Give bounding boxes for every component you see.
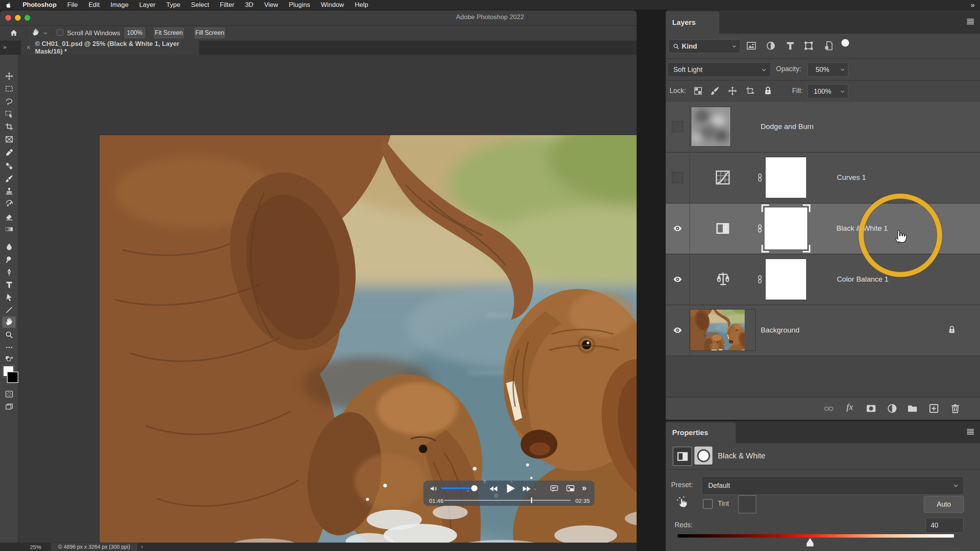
frame-filter-icon[interactable] (804, 41, 814, 51)
new-adjustment-layer-icon[interactable] (887, 403, 898, 414)
link-layers-icon[interactable] (823, 403, 834, 414)
layer-effects-icon[interactable]: fx (846, 402, 853, 412)
adjustment-filter-icon[interactable] (766, 41, 776, 51)
auto-button[interactable]: Auto (924, 496, 964, 513)
zoom-level-field[interactable]: 25% (30, 544, 41, 550)
adjustment-icon-button[interactable] (673, 447, 692, 466)
zoom-100-button[interactable]: 100% (124, 28, 145, 38)
menu-file[interactable]: File (62, 1, 83, 9)
targeted-adjustment-icon[interactable] (676, 494, 689, 508)
volume-icon[interactable] (430, 484, 438, 493)
menu-type[interactable]: Type (161, 1, 186, 9)
layer-mask-thumbnail[interactable] (766, 157, 806, 198)
preset-dropdown[interactable]: Default (702, 476, 964, 495)
edit-toolbar-icon[interactable] (2, 342, 16, 353)
mask-link-icon[interactable] (755, 172, 764, 183)
hand-tool-selected[interactable] (2, 316, 16, 328)
eyedropper-tool[interactable] (2, 147, 16, 158)
curves-adjustment-icon[interactable] (715, 170, 731, 186)
panel-menu-icon[interactable] (965, 427, 975, 436)
opacity-chevron-icon[interactable] (837, 62, 848, 77)
tool-preset-chevron-icon[interactable] (43, 31, 48, 36)
move-tool[interactable] (2, 70, 16, 82)
captions-button[interactable] (550, 484, 559, 493)
hand-tool-icon[interactable] (31, 28, 40, 37)
visibility-toggle[interactable] (666, 102, 690, 151)
color-balance-adjustment-icon[interactable] (715, 271, 732, 287)
layer-mask-thumbnail-selected[interactable] (764, 207, 807, 249)
background-color-swatch[interactable] (7, 372, 18, 383)
visibility-toggle[interactable] (666, 305, 690, 355)
visibility-toggle[interactable] (666, 254, 690, 304)
lock-transparency-icon[interactable] (693, 86, 703, 96)
fit-screen-button[interactable]: Fit Screen (154, 28, 184, 38)
progress-marker[interactable] (531, 497, 532, 503)
menu-select[interactable]: Select (186, 1, 214, 9)
menu-view[interactable]: View (259, 1, 284, 9)
default-swap-colors-icon[interactable] (2, 354, 16, 365)
menu-window[interactable]: Window (315, 1, 349, 9)
delete-layer-icon[interactable] (950, 403, 961, 414)
rewind-button[interactable] (489, 484, 498, 493)
layer-row-dodge-and-burn[interactable]: Dodge and Burn (666, 102, 980, 153)
volume-knob[interactable] (471, 485, 477, 491)
blend-mode-dropdown[interactable]: Soft Light (668, 62, 771, 77)
new-group-icon[interactable] (907, 403, 918, 414)
menu-overflow-icon[interactable]: » (965, 1, 980, 9)
zoom-tool[interactable] (2, 329, 16, 341)
menu-3d[interactable]: 3D (240, 1, 259, 9)
menu-image[interactable]: Image (105, 1, 134, 9)
reds-slider[interactable] (678, 534, 954, 538)
layer-thumbnail[interactable] (691, 107, 730, 146)
canvas-pasteboard[interactable]: » 01:46 02:35 (18, 55, 637, 551)
fill-screen-button[interactable]: Fill Screen (194, 28, 225, 38)
menu-plugins[interactable]: Plugins (283, 1, 315, 9)
type-tool[interactable] (2, 279, 16, 290)
smart-object-filter-icon[interactable] (823, 41, 834, 51)
pen-tool[interactable] (2, 266, 16, 278)
tab-layers[interactable]: Layers (666, 11, 719, 34)
healing-brush-tool[interactable] (2, 160, 16, 172)
quick-mask-icon[interactable] (2, 388, 16, 400)
crop-tool[interactable] (2, 121, 16, 132)
frame-tool[interactable] (2, 134, 16, 145)
fill-value[interactable]: 100% (807, 84, 838, 99)
layer-mask-thumbnail[interactable] (766, 259, 806, 300)
volume-slider[interactable] (441, 487, 478, 489)
more-controls-icon[interactable]: » (582, 483, 586, 493)
dodge-tool[interactable] (2, 254, 16, 265)
mask-link-icon[interactable] (755, 274, 764, 285)
close-tab-icon[interactable]: × (26, 44, 31, 52)
blur-tool[interactable] (2, 241, 16, 253)
menu-photoshop[interactable]: Photoshop (17, 1, 62, 9)
screen-mode-icon[interactable] (2, 401, 16, 412)
history-brush-tool[interactable] (2, 198, 16, 210)
progress-bar[interactable] (444, 500, 571, 501)
image-filter-icon[interactable] (746, 41, 756, 51)
zoom-window-button[interactable] (24, 15, 30, 21)
apple-icon[interactable] (0, 1, 17, 9)
gradient-tool[interactable] (2, 223, 16, 235)
kind-filter-dropdown[interactable]: Kind (668, 39, 740, 53)
lasso-tool[interactable] (2, 96, 16, 107)
lock-all-icon[interactable] (763, 86, 773, 96)
opacity-value[interactable]: 50% (807, 62, 838, 77)
lock-pixels-icon[interactable] (710, 86, 720, 96)
menu-help[interactable]: Help (350, 1, 374, 9)
new-layer-icon[interactable] (928, 403, 939, 414)
lock-artboard-icon[interactable] (745, 86, 755, 96)
tint-checkbox[interactable] (703, 499, 713, 509)
mask-link-icon[interactable] (755, 223, 764, 234)
mask-icon-button[interactable] (694, 447, 712, 465)
clone-stamp-tool[interactable] (2, 186, 16, 197)
scroll-all-windows-checkbox[interactable] (57, 29, 63, 36)
object-selection-tool[interactable] (2, 108, 16, 120)
minimize-window-button[interactable] (15, 15, 21, 21)
path-selection-tool[interactable] (2, 292, 16, 303)
document-tab[interactable]: × © CH01_01.psd @ 25% (Black & White 1, … (21, 41, 199, 55)
reds-value-field[interactable]: 40 (926, 518, 964, 533)
menu-layer[interactable]: Layer (134, 1, 161, 9)
layer-row-background[interactable]: Background (666, 305, 980, 356)
visibility-toggle[interactable] (666, 204, 690, 253)
background-lock-icon[interactable] (947, 325, 957, 334)
